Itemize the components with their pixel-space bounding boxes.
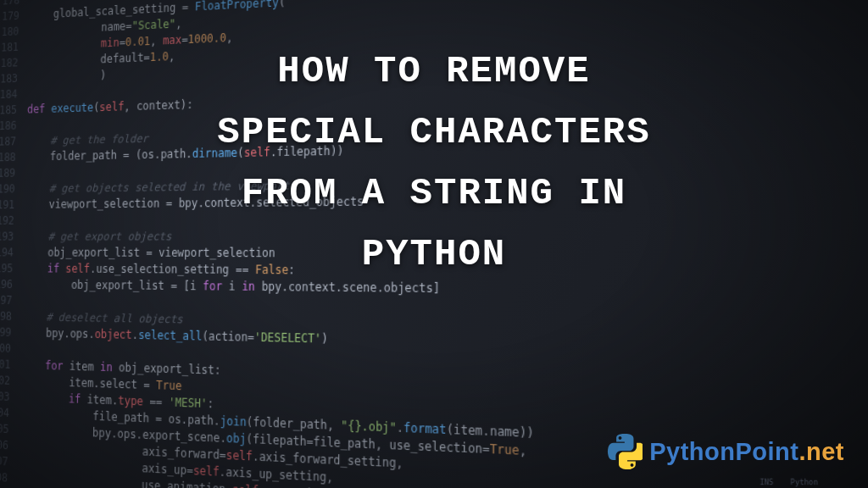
line-number: 199 (0, 324, 22, 341)
status-language: Python (790, 479, 818, 487)
code-content: obj_export_list = viewport_selection (24, 245, 275, 262)
line-number: 200 (0, 341, 21, 358)
line-number: 186 (0, 118, 27, 135)
python-icon (607, 434, 643, 469)
line-number: 190 (0, 181, 25, 197)
line-number: 196 (0, 277, 23, 293)
line-number: 205 (0, 420, 19, 438)
line-number: 182 (0, 55, 29, 72)
line-number: 191 (0, 197, 25, 214)
line-number: 202 (0, 373, 20, 390)
line-number: 201 (0, 357, 21, 374)
line-number: 185 (0, 102, 27, 119)
line-number: 180 (0, 24, 30, 41)
brand-name-main: PythonPoint (649, 438, 798, 465)
line-number: 208 (0, 469, 19, 486)
line-number: 188 (0, 149, 26, 165)
line-number: 207 (0, 452, 19, 470)
code-line: 193 # get export objects (0, 225, 868, 245)
brand-name-suffix: .net (798, 438, 844, 465)
code-editor-background: 177 ),178 default='*',179 global_scale_s… (0, 0, 868, 488)
line-number: 198 (0, 308, 22, 325)
code-content: # get export objects (24, 229, 171, 245)
line-number: 187 (0, 134, 26, 151)
line-number: 194 (0, 245, 24, 261)
line-number: 189 (0, 165, 26, 181)
brand-logo: PythonPoint.net (607, 434, 844, 469)
code-content: viewport_selection = bpy.context.selecte… (25, 193, 364, 213)
line-number: 192 (0, 213, 25, 229)
line-number: 179 (0, 8, 30, 25)
line-number: 197 (0, 292, 23, 308)
line-number: 184 (0, 86, 28, 103)
line-number: 206 (0, 436, 19, 454)
line-number: 193 (0, 229, 25, 245)
line-number: 181 (0, 39, 29, 56)
status-insert-mode: INS (760, 479, 773, 487)
code-content: if self.use_selection_setting == False: (23, 261, 295, 279)
line-number: 195 (0, 261, 24, 277)
line-number: 183 (0, 70, 28, 87)
editor-status-bar: INS Python (54, 476, 868, 488)
line-number: 203 (0, 388, 20, 405)
line-number: 204 (0, 404, 20, 422)
brand-text: PythonPoint.net (649, 438, 844, 466)
